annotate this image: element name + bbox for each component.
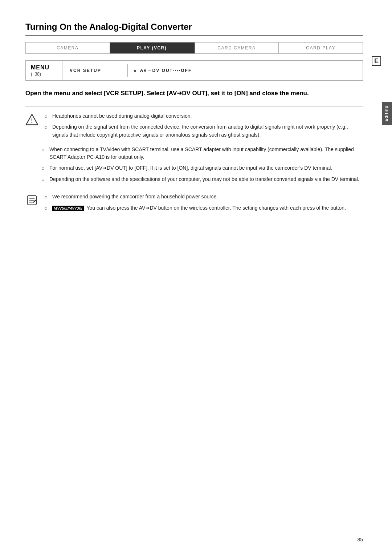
page-title: Turning On the Analog-Digital Converter [25, 22, 363, 36]
warning-text-1: Headphones cannot be used during analog-… [52, 112, 363, 120]
tip-icon [25, 194, 41, 208]
model-badge: MV750i/MV730i [52, 206, 84, 211]
main-heading: Open the menu and select [VCR SETUP]. Se… [25, 89, 363, 98]
menu-arrow-area: » AV→DV OUT····OFF [128, 64, 197, 77]
menu-label: MENU [31, 64, 57, 71]
tip-note-2: ○ MV750i/MV730i You can also press the A… [44, 204, 363, 213]
plain-text-5: Depending on the software and the specif… [49, 175, 363, 183]
tip-bullet-2: ○ [44, 205, 51, 213]
warning-notes-list: ○ Headphones cannot be used during analo… [44, 112, 363, 142]
tip-text-2-content: You can also press the AV➜DV button on t… [87, 205, 346, 211]
menu-display: MENU ( 38) VCR SETUP » AV→DV OUT····OFF [25, 60, 363, 81]
plain-notes-list: ○ When connecting to a TV/video with SCA… [41, 146, 363, 187]
warning-icon: ! [25, 113, 41, 127]
menu-item-vcr-setup: VCR SETUP [62, 64, 128, 77]
bullet-5: ○ [41, 176, 48, 184]
menu-label-box: MENU ( 38) [26, 61, 62, 80]
svg-line-6 [33, 202, 34, 203]
tab-card-play[interactable]: CARD PLAY [279, 43, 363, 53]
warning-notes-row: ! ○ Headphones cannot be used during ana… [25, 112, 363, 142]
tip-note-1: ○ We recommend powering the camcorder fr… [44, 193, 363, 201]
tip-section: ○ We recommend powering the camcorder fr… [25, 193, 363, 215]
tab-play-vcr[interactable]: PLAY (VCR) [110, 43, 194, 53]
bullet-4: ○ [41, 165, 48, 173]
warning-note-2: ○ Depending on the signal sent from the … [44, 123, 363, 139]
menu-content: VCR SETUP » AV→DV OUT····OFF [62, 61, 363, 80]
tab-camera[interactable]: CAMERA [26, 43, 110, 53]
warning-text-2: Depending on the signal sent from the co… [52, 123, 363, 139]
warning-note-1: ○ Headphones cannot be used during analo… [44, 112, 363, 121]
tip-bullet-1: ○ [44, 193, 51, 201]
bullet-2: ○ [44, 124, 51, 132]
bullet-1: ○ [44, 113, 51, 121]
bullet-3: ○ [41, 146, 48, 154]
plain-notes-row: ○ When connecting to a TV/video with SCA… [25, 146, 363, 187]
section-divider [25, 106, 363, 106]
menu-page-ref: ( 38) [31, 72, 57, 77]
tab-card-camera[interactable]: CARD CAMERA [194, 43, 279, 53]
page: Editing E Turning On the Analog-Digital … [0, 0, 392, 557]
page-number: 85 [357, 537, 363, 542]
side-tab: Editing [382, 102, 392, 125]
tip-notes-list: ○ We recommend powering the camcorder fr… [44, 193, 363, 215]
plain-note-5: ○ Depending on the software and the spec… [41, 175, 363, 184]
double-arrow-icon: » [134, 68, 137, 73]
tip-text-1: We recommend powering the camcorder from… [52, 193, 363, 201]
plain-note-3: ○ When connecting to a TV/video with SCA… [41, 146, 363, 161]
plain-text-3: When connecting to a TV/video with SCART… [49, 146, 363, 161]
letter-e-tab: E [372, 56, 381, 66]
tip-text-2: MV750i/MV730i You can also press the AV➜… [52, 204, 363, 212]
plain-text-4: For normal use, set [AV➜DV OUT] to [OFF]… [49, 164, 363, 172]
warning-notes-section: ! ○ Headphones cannot be used during ana… [25, 112, 363, 187]
mode-tabs-bar: CAMERA PLAY (VCR) CARD CAMERA CARD PLAY [25, 42, 363, 54]
svg-text:!: ! [31, 117, 33, 124]
menu-item-av-dv: AV→DV OUT····OFF [140, 68, 192, 73]
plain-note-4: ○ For normal use, set [AV➜DV OUT] to [OF… [41, 164, 363, 173]
